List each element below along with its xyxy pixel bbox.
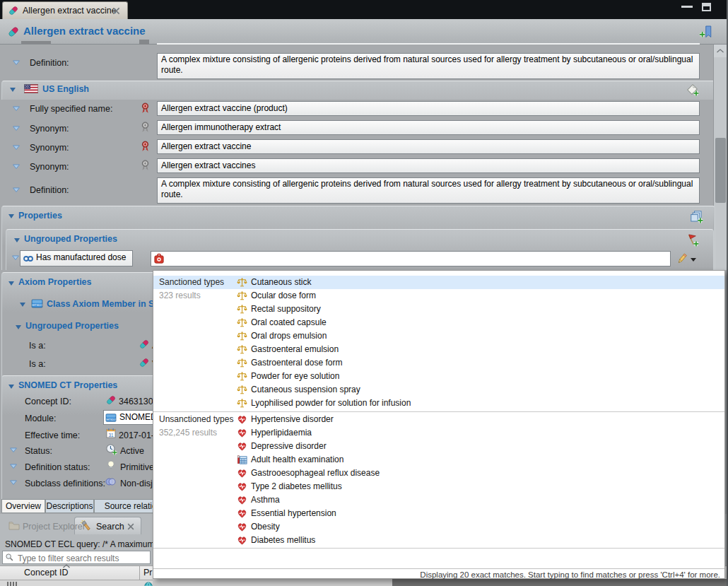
type-picker-item[interactable]: Depressive disorder bbox=[153, 440, 724, 453]
type-picker-item[interactable]: Essential hypertension bbox=[153, 507, 724, 520]
type-picker-item[interactable]: Asthma bbox=[153, 493, 724, 507]
result-row-partial[interactable] bbox=[0, 580, 153, 586]
section-collapse-triangle[interactable] bbox=[8, 214, 14, 218]
maximize-button[interactable] bbox=[702, 3, 711, 11]
overlapping-circles-icon bbox=[105, 476, 117, 488]
group-count: 323 results bbox=[159, 291, 201, 300]
synonym-field[interactable]: Allergen extract vaccine bbox=[157, 139, 700, 154]
axiom-properties-title: Axiom Properties bbox=[18, 277, 92, 287]
synonym-label: Synonym: bbox=[30, 124, 69, 134]
bookmark-add-icon[interactable] bbox=[698, 25, 712, 39]
type-picker-item[interactable]: Powder for eye solution bbox=[153, 370, 724, 383]
add-property-group-icon[interactable] bbox=[690, 210, 703, 223]
chevron-down-icon[interactable] bbox=[11, 104, 21, 114]
filter-box bbox=[2, 551, 151, 564]
clipped-field-edge bbox=[157, 43, 700, 45]
tab-descriptions[interactable]: Descriptions bbox=[45, 499, 94, 513]
edit-pencil-icon[interactable] bbox=[676, 252, 688, 265]
clock-add-icon bbox=[105, 443, 117, 455]
pill-icon bbox=[7, 25, 20, 38]
chevron-down-icon[interactable] bbox=[11, 162, 21, 172]
tab-search[interactable]: Search bbox=[96, 522, 124, 532]
scales-icon bbox=[237, 304, 247, 315]
scrollbar-thumb[interactable] bbox=[715, 138, 726, 203]
effective-time-label: Effective time: bbox=[25, 430, 80, 440]
type-picker-item[interactable]: 352,245 results Hyperlipidaemia bbox=[153, 426, 724, 440]
type-picker-item[interactable]: Lyophilised powder for solution for infu… bbox=[153, 397, 724, 410]
properties-title: Properties bbox=[18, 211, 62, 221]
section-collapse-triangle[interactable] bbox=[20, 303, 25, 307]
chevron-down-icon[interactable] bbox=[11, 124, 21, 134]
scales-icon bbox=[237, 317, 247, 328]
chevron-up-icon bbox=[716, 49, 724, 53]
type-picker-item[interactable]: Unsanctioned types Hypertensive disorder bbox=[153, 413, 724, 426]
popup-status-text: Displaying 20 exact matches. Start typin… bbox=[153, 570, 720, 579]
type-picker-item[interactable]: Sanctioned types Cutaneous stick bbox=[153, 276, 724, 289]
dropdown-arrow-icon[interactable] bbox=[691, 258, 696, 262]
definition-field[interactable]: A complex mixture consisting of allergen… bbox=[157, 53, 700, 79]
chevron-down-icon[interactable] bbox=[8, 462, 18, 471]
column-header-preferred-term[interactable]: Pr bbox=[143, 568, 153, 578]
preferred-badge-red-icon[interactable] bbox=[140, 102, 151, 113]
type-picker-item[interactable]: Diabetes mellitus bbox=[153, 534, 724, 547]
add-relationship-flag-icon[interactable] bbox=[686, 233, 699, 247]
tab-project-explorer[interactable]: Project Explorer bbox=[23, 522, 86, 532]
isa-label: Is a: bbox=[29, 341, 46, 351]
preferred-badge-red-icon[interactable] bbox=[140, 140, 151, 151]
type-picker-item[interactable]: 323 results Ocular dose form bbox=[153, 289, 724, 303]
type-picker-item[interactable]: Oral drops emulsion bbox=[153, 329, 724, 343]
type-picker-item[interactable]: Oral coated capsule bbox=[153, 316, 724, 329]
health-exam-icon bbox=[237, 455, 247, 465]
fsn-field[interactable]: Allergen extract vaccine (product) bbox=[157, 101, 700, 116]
type-picker-item[interactable]: Rectal suppository bbox=[153, 303, 724, 316]
type-picker-item[interactable]: Cutaneous suspension spray bbox=[153, 383, 724, 397]
column-header-concept-id[interactable]: Concept ID bbox=[24, 568, 69, 578]
synonym-label: Synonym: bbox=[30, 143, 69, 153]
scrollbar-up-button[interactable] bbox=[714, 45, 727, 57]
synonym-field[interactable]: Allergen immunotherapy extract bbox=[157, 120, 700, 135]
scales-icon bbox=[237, 385, 247, 395]
type-picker-item[interactable]: Obesity bbox=[153, 520, 724, 534]
chevron-down-icon[interactable] bbox=[11, 185, 21, 195]
pill-icon bbox=[105, 394, 117, 406]
minimize-button[interactable] bbox=[681, 6, 693, 8]
section-collapse-triangle[interactable] bbox=[8, 281, 14, 286]
section-collapse-triangle[interactable] bbox=[16, 325, 21, 329]
chevron-down-icon[interactable] bbox=[8, 445, 18, 455]
subclass-definitions-label: Subclass definitions: bbox=[25, 479, 105, 488]
add-description-tag-icon[interactable] bbox=[686, 83, 699, 96]
scales-icon bbox=[237, 291, 247, 301]
relationship-value-input[interactable] bbox=[151, 251, 671, 266]
chevron-down-icon[interactable] bbox=[11, 58, 21, 68]
concept-id-label: Concept ID: bbox=[25, 397, 71, 406]
section-collapse-triangle[interactable] bbox=[10, 88, 16, 92]
chevron-down-icon[interactable] bbox=[11, 143, 21, 153]
isa-label: Is a: bbox=[29, 359, 46, 369]
acceptable-badge-gray-icon[interactable] bbox=[140, 159, 151, 170]
editor-tab-allergen-extract-vaccine[interactable]: Allergen extract vaccine bbox=[2, 1, 128, 19]
definition-field[interactable]: A complex mixture consisting of allergen… bbox=[157, 177, 700, 204]
type-picker-item[interactable]: Adult health examination bbox=[153, 453, 724, 467]
close-icon[interactable] bbox=[126, 522, 136, 532]
type-picker-item[interactable]: Gastrooesophageal reflux disease bbox=[153, 467, 724, 480]
type-picker-item[interactable]: Gastroenteral dose form bbox=[153, 356, 724, 370]
section-collapse-triangle[interactable] bbox=[14, 238, 20, 242]
type-picker-item[interactable]: Gastroenteral emulsion bbox=[153, 343, 724, 356]
vertical-scrollbar[interactable] bbox=[713, 45, 727, 270]
column-divider[interactable] bbox=[139, 566, 140, 580]
status-bar-divider bbox=[153, 568, 724, 569]
chevron-down-icon[interactable] bbox=[8, 478, 18, 488]
synonym-field[interactable]: Allergen extract vaccines bbox=[157, 158, 700, 173]
acceptable-badge-gray-icon[interactable] bbox=[140, 121, 151, 132]
chevron-down-icon[interactable] bbox=[11, 253, 20, 263]
application-window: Allergen extract vaccine Allergen extrac… bbox=[0, 0, 728, 586]
search-filter-input[interactable] bbox=[16, 551, 151, 565]
group-count: 352,245 results bbox=[159, 428, 217, 438]
close-icon[interactable] bbox=[111, 6, 122, 16]
tab-overview[interactable]: Overview bbox=[1, 499, 45, 513]
relationship-type-box[interactable]: Has manufactured dose bbox=[20, 250, 133, 266]
pill-icon bbox=[139, 357, 150, 368]
section-collapse-triangle[interactable] bbox=[8, 385, 14, 389]
type-picker-item[interactable]: Type 2 diabetes mellitus bbox=[153, 480, 724, 493]
snomed-module-icon bbox=[105, 412, 117, 423]
